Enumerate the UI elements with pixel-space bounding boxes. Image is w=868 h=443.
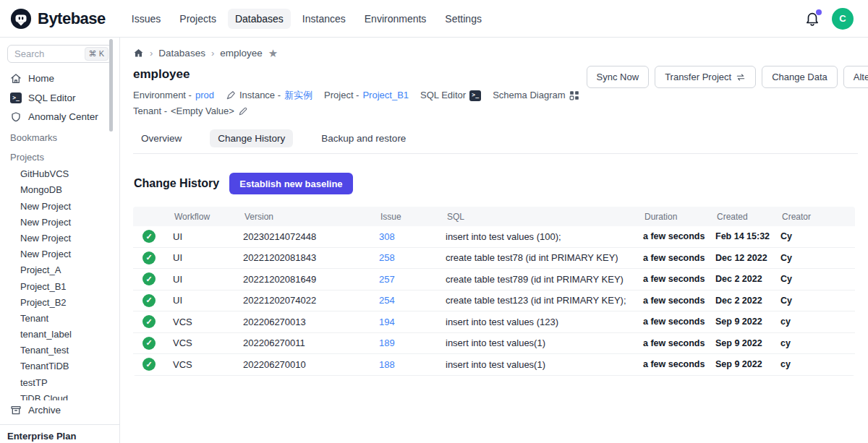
success-check-icon: ✓ <box>142 337 156 350</box>
database-meta: Environment - prod Instance - 新实例 Projec… <box>133 87 587 119</box>
establish-baseline-button[interactable]: Establish new baseline <box>229 173 352 194</box>
favorite-star-icon[interactable]: ★ <box>268 48 278 59</box>
sidebar-project-item[interactable]: New Project <box>0 230 119 246</box>
nav-item[interactable]: Databases <box>228 9 291 29</box>
version-cell: 202206270011 <box>243 337 379 348</box>
created-cell: Dec 2 2022 <box>715 296 780 306</box>
sidebar-scrollbar[interactable] <box>109 39 113 132</box>
sidebar-item-home[interactable]: Home <box>0 69 119 88</box>
sidebar-project-item[interactable]: New Project <box>0 246 119 262</box>
breadcrumb-home-button[interactable] <box>133 48 144 59</box>
sidebar-project-item[interactable]: Project_B1 <box>0 278 119 294</box>
home-icon <box>133 48 144 59</box>
table-row[interactable]: ✓ VCS 202206270013 194 insert into test … <box>133 311 855 333</box>
terminal-icon: >_ <box>10 92 22 103</box>
success-check-icon: ✓ <box>142 315 156 328</box>
duration-cell: a few seconds <box>643 317 715 327</box>
sidebar-project-item[interactable]: New Project <box>0 214 119 230</box>
workflow-cell: VCS <box>173 337 243 348</box>
sidebar-item-anomaly-center[interactable]: Anomaly Center <box>0 108 119 127</box>
table-row[interactable]: ✓ UI 20221202081649 257 create table tes… <box>133 269 855 291</box>
column-duration: Duration <box>643 212 715 222</box>
nav-item[interactable]: Issues <box>124 9 168 29</box>
table-row[interactable]: ✓ VCS 202206270011 189 insert into test … <box>133 333 855 355</box>
tenant-value: <Empty Value> <box>171 103 234 119</box>
sql-editor-link[interactable]: SQL Editor >_ <box>420 87 481 103</box>
version-cell: 202206270010 <box>243 359 379 370</box>
workflow-cell: VCS <box>173 317 243 327</box>
user-avatar[interactable]: C <box>832 8 854 30</box>
tab[interactable]: Change History <box>210 129 293 147</box>
schema-diagram-link[interactable]: Schema Diagram <box>493 87 579 103</box>
table-row[interactable]: ✓ UI 20221202074022 254 create table tes… <box>133 291 855 312</box>
created-cell: Dec 12 2022 <box>715 253 780 263</box>
issue-link[interactable]: 258 <box>379 252 395 263</box>
success-check-icon: ✓ <box>142 272 156 285</box>
sidebar-item-label: Anomaly Center <box>28 111 98 122</box>
edit-pencil-icon[interactable] <box>238 106 248 116</box>
bytebase-logo[interactable]: Bytebase <box>10 8 106 30</box>
environment-link[interactable]: prod <box>195 87 214 103</box>
sidebar-project-item[interactable]: Project_A <box>0 262 119 278</box>
table-row[interactable]: ✓ UI 20230214072448 308 insert into test… <box>133 226 855 248</box>
table-row[interactable]: ✓ VCS 202206270010 188 insert into test … <box>133 354 855 376</box>
sidebar-project-item[interactable]: Tenant <box>0 310 119 326</box>
sidebar-item-archive[interactable]: Archive <box>0 400 119 420</box>
sidebar-item-sql-editor[interactable]: >_ SQL Editor <box>0 88 119 108</box>
change-data-button[interactable]: Change Data <box>762 66 838 88</box>
sql-cell: insert into test values(1) <box>446 359 643 370</box>
creator-cell: Cy <box>780 231 855 241</box>
column-version: Version <box>243 212 379 222</box>
sidebar-project-item[interactable]: TiDB Cloud <box>0 390 119 400</box>
sidebar-project-item[interactable]: Tenant_test <box>0 342 119 358</box>
sidebar-project-item[interactable]: tenant_label <box>0 326 119 342</box>
project-link[interactable]: Project_B1 <box>362 87 409 103</box>
sql-cell: create table test78 (id int PRIMARY KEY) <box>446 252 643 263</box>
nav-item[interactable]: Environments <box>357 9 434 29</box>
issue-link[interactable]: 189 <box>379 337 395 348</box>
nav-item[interactable]: Settings <box>438 9 489 29</box>
created-cell: Dec 2 2022 <box>715 274 780 284</box>
created-cell: Feb 14 15:32 <box>715 231 780 241</box>
column-sql: SQL <box>446 212 643 222</box>
sql-cell: create table test789 (id int PRIMARY KEY… <box>446 274 643 285</box>
nav-item[interactable]: Projects <box>172 9 224 29</box>
nav-item[interactable]: Instances <box>295 9 353 29</box>
search-box[interactable]: ⌘ K <box>7 45 112 63</box>
search-input[interactable] <box>14 48 77 59</box>
navbar-right: C <box>804 8 854 30</box>
issue-link[interactable]: 194 <box>379 317 395 327</box>
notifications-button[interactable] <box>804 11 820 27</box>
issue-link[interactable]: 188 <box>379 359 395 370</box>
breadcrumb-databases[interactable]: Databases <box>158 48 205 59</box>
projects-section-label: Projects <box>0 146 119 165</box>
sidebar-project-item[interactable]: GitHubVCS <box>0 165 119 181</box>
success-check-icon: ✓ <box>142 251 156 264</box>
sidebar-project-item[interactable]: MongoDB <box>0 181 119 197</box>
sidebar-project-item[interactable]: Project_B2 <box>0 294 119 310</box>
creator-cell: cy <box>780 317 855 327</box>
issue-link[interactable]: 254 <box>379 295 395 306</box>
tab[interactable]: Backup and restore <box>313 129 414 147</box>
workflow-cell: UI <box>173 295 243 306</box>
issue-cell: 189 <box>379 337 446 348</box>
alter-schema-button[interactable]: Alter Schema <box>843 66 868 88</box>
instance-link[interactable]: 新实例 <box>284 87 312 103</box>
transfer-project-button[interactable]: Transfer Project <box>655 66 756 88</box>
page-header: employee Environment - prod Instance - <box>133 59 858 119</box>
table-row[interactable]: ✓ UI 20221202081843 258 create table tes… <box>133 248 855 270</box>
success-check-icon: ✓ <box>142 294 156 307</box>
meta-environment: Environment - prod <box>133 87 214 103</box>
main-nav: IssuesProjectsDatabasesInstancesEnvironm… <box>124 9 489 29</box>
sync-now-button[interactable]: Sync Now <box>587 66 650 88</box>
issue-link[interactable]: 308 <box>379 231 395 242</box>
created-cell: Sep 9 2022 <box>715 359 780 369</box>
sidebar: ⌘ K Home >_ SQL Editor Anomaly Center Bo… <box>0 38 120 443</box>
sidebar-project-item[interactable]: testTP <box>0 374 119 390</box>
sidebar-project-item[interactable]: New Project <box>0 198 119 214</box>
issue-link[interactable]: 257 <box>379 274 395 285</box>
tab[interactable]: Overview <box>133 129 190 147</box>
success-check-icon: ✓ <box>142 358 156 371</box>
sidebar-project-item[interactable]: TenantTiDB <box>0 358 119 374</box>
creator-cell: cy <box>780 338 855 348</box>
